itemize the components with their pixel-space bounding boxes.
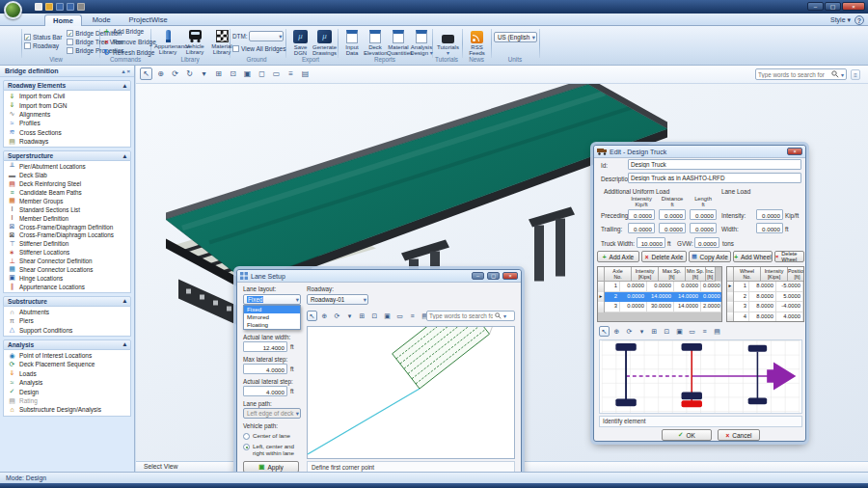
sidebar-item[interactable]: ⊠ Cross-Frame/Diaphragm Definition: [4, 223, 130, 231]
axle-table-row[interactable]: ▸ 2 0.0000 14.0000 14.0000 0.0000: [598, 292, 721, 303]
delete-wheel-button[interactable]: ×Delete Wheel: [774, 251, 804, 262]
lane-plan-view[interactable]: [307, 326, 515, 459]
print-icon[interactable]: ▤: [712, 326, 722, 337]
sidebar-item[interactable]: ∿ Alignments: [4, 110, 130, 119]
sidebar-item[interactable]: ⇓ Import from Civil: [4, 92, 130, 100]
zoom-fit-icon[interactable]: ⊡: [227, 68, 239, 80]
description-input[interactable]: [628, 173, 801, 183]
sidebar-item[interactable]: ∥ Appurtenance Locations: [4, 283, 130, 291]
view-orientation-dropdown-icon[interactable]: ▾: [637, 326, 647, 337]
lane-layout-dropdown[interactable]: Fixed ▾: [243, 294, 301, 305]
material-quantities-button[interactable]: Material Quantities: [387, 28, 410, 55]
sidebar-item[interactable]: ▤ Roadways: [4, 137, 130, 146]
trailing-value-input[interactable]: 0.0000: [628, 223, 655, 233]
dropdown-option[interactable]: Mirrored: [244, 313, 300, 321]
section-display-icon[interactable]: ≡: [285, 68, 297, 80]
preceding-value-input[interactable]: 0.0000: [690, 209, 717, 220]
zoom-window-icon[interactable]: ⊞: [357, 311, 367, 321]
orbit-icon[interactable]: ⊕: [154, 68, 167, 80]
lane-setup-title-bar[interactable]: Lane Setup – ▢ ×: [237, 270, 521, 283]
search-scope-dropdown-icon[interactable]: ▾: [503, 312, 506, 319]
wheel-table-row[interactable]: 4 8.0000 4.0000: [727, 312, 803, 322]
table-column-header[interactable]: Intensity[Kips]: [761, 267, 788, 282]
style-dropdown[interactable]: Style ▾: [830, 16, 851, 24]
truck-diagram[interactable]: [599, 339, 802, 414]
table-column-header[interactable]: Intensity[Kips]: [632, 267, 659, 282]
panel-close-icon[interactable]: ×: [126, 68, 130, 74]
open-file-icon[interactable]: [45, 3, 53, 11]
rotate-view-icon[interactable]: ⟳: [332, 311, 342, 321]
preceding-value-input[interactable]: 0.0000: [659, 209, 686, 220]
vehicle-path-radio[interactable]: Left, center and right within lane: [243, 443, 303, 456]
select-tool-icon[interactable]: ↖: [140, 68, 152, 80]
section-display-icon[interactable]: ≡: [699, 326, 710, 337]
sidebar-item[interactable]: ▤ Deck Reinforcing Steel: [4, 179, 130, 188]
search-input[interactable]: [758, 71, 829, 78]
preceding-value-input[interactable]: 0.0000: [628, 209, 655, 220]
dialog-close-button[interactable]: ×: [502, 272, 518, 280]
wheel-table-row[interactable]: 3 8.0000 -4.0000: [727, 302, 803, 312]
zoom-fit-icon[interactable]: ⊡: [369, 311, 380, 321]
sidebar-item[interactable]: ≡ Candidate Beam Paths: [4, 188, 130, 197]
trailing-value-input[interactable]: 0.0000: [690, 223, 717, 233]
sidebar-item[interactable]: ▣ Hinge Locations: [4, 274, 130, 283]
section-header-analysis[interactable]: Analysis ▴: [3, 339, 131, 350]
gvw-input[interactable]: 0.0000: [694, 237, 719, 248]
delete-axle-button[interactable]: ×Delete Axle: [641, 251, 687, 262]
vehicle-library-button[interactable]: Vehicle Library: [181, 28, 208, 55]
rotate-view-icon[interactable]: ⟳: [624, 326, 635, 337]
sidebar-item[interactable]: ⇓ Loads: [4, 369, 130, 378]
sidebar-item[interactable]: ⊠ Cross-Frame/Diaphragm Locations: [4, 230, 130, 239]
print-icon[interactable]: ▤: [299, 68, 312, 80]
zoom-window-icon[interactable]: ⊞: [212, 68, 225, 80]
sidebar-item[interactable]: ⊥ Shear Connector Definition: [4, 257, 130, 265]
appurtenance-library-button[interactable]: Appurtenance Library: [154, 28, 181, 55]
section-display-icon[interactable]: ≡: [407, 311, 418, 321]
dropdown-option[interactable]: Fixed: [244, 306, 300, 313]
sidebar-item[interactable]: ╨ Pier/Abutment Locations: [4, 162, 130, 171]
dtm-dropdown[interactable]: ▾: [249, 31, 284, 41]
design-truck-title-bar[interactable]: Edit - Design Truck ×: [594, 146, 805, 158]
minimize-button[interactable]: –: [807, 2, 824, 11]
lane-path-dropdown[interactable]: Left edge of deck▾: [243, 408, 301, 419]
sidebar-item[interactable]: ◉ Point of Interest Locations: [4, 351, 130, 360]
sidebar-item[interactable]: π Piers: [4, 316, 130, 325]
save-all-icon[interactable]: [67, 3, 74, 11]
lane-intensity-input[interactable]: 0.0000: [756, 209, 783, 220]
ribbon-tab[interactable]: Home: [44, 14, 82, 26]
table-column-header[interactable]: Max Sp.[ft]: [659, 267, 686, 282]
rotate-view-icon[interactable]: ⟳: [169, 68, 181, 80]
search-scope-dropdown-icon[interactable]: ▾: [841, 71, 844, 78]
axle-table-row[interactable]: 1 0.0000 0.0000 0.0000 0.0000: [598, 282, 721, 292]
help-icon[interactable]: ?: [854, 15, 864, 25]
field-value-input[interactable]: 12.4000: [243, 341, 287, 352]
field-value-input[interactable]: 4.0000: [243, 386, 287, 396]
view-orientation-dropdown-icon[interactable]: ▾: [344, 311, 355, 321]
orbit-icon[interactable]: ⊕: [319, 311, 330, 321]
material-library-button[interactable]: Material Library: [208, 28, 235, 55]
previous-view-icon[interactable]: ◻: [256, 68, 268, 80]
sidebar-item[interactable]: ✓ Design: [4, 387, 130, 395]
table-column-header[interactable]: WheelNo.: [734, 267, 761, 282]
copy-axle-button[interactable]: ⊞Copy Axle: [689, 251, 731, 262]
add-wheel-button[interactable]: +Add Wheel: [733, 251, 773, 262]
table-column-header[interactable]: Position[ft]: [788, 267, 804, 282]
sidebar-item[interactable]: ⊤ Stiffener Definition: [4, 239, 130, 248]
sidebar-item[interactable]: Ⅰ Member Definition: [4, 214, 130, 223]
axle-table[interactable]: AxleNo. Intensity[Kips] Max Sp.[ft] Min …: [597, 266, 722, 322]
window-area-icon[interactable]: ▣: [382, 311, 393, 321]
wheel-table-row[interactable]: 2 8.0000 5.0000: [727, 292, 803, 303]
add-bridge-button[interactable]: + Add Bridge: [102, 27, 156, 36]
ribbon-tab[interactable]: ProjectWise: [122, 14, 176, 26]
save-dgn-button[interactable]: μ Save DGN: [288, 28, 312, 55]
previous-view-icon[interactable]: ▭: [687, 326, 697, 337]
field-value-input[interactable]: 4.0000: [243, 364, 287, 374]
trailing-value-input[interactable]: 0.0000: [659, 223, 686, 233]
zoom-fit-icon[interactable]: ⊡: [662, 326, 672, 337]
sidebar-item[interactable]: ▦ Shear Connector Locations: [4, 265, 130, 274]
wheel-table-row[interactable]: ▸ 1 8.0000 -5.0000: [727, 282, 803, 292]
sidebar-item[interactable]: ∗ Stiffener Locations: [4, 248, 130, 257]
sidebar-item[interactable]: ≋ Cross Sections: [4, 128, 130, 137]
generate-drawings-button[interactable]: μ Generate Drawings: [312, 28, 337, 55]
truck-width-input[interactable]: 10.0000: [637, 237, 665, 248]
